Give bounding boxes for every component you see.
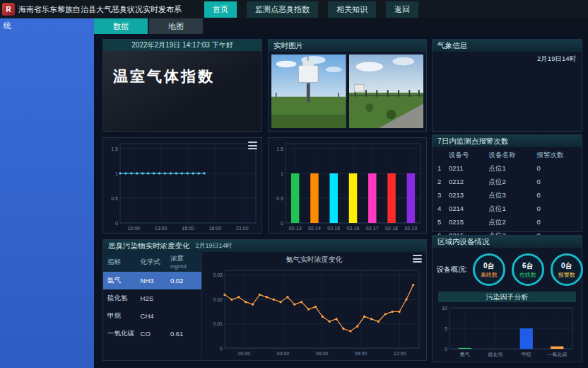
panel-header: 区域内设备情况 [433, 236, 582, 248]
svg-text:0: 0 [220, 346, 223, 351]
pollutant-row[interactable]: 甲烷CH4 [103, 307, 201, 325]
tab-bar: 数据地图 [94, 18, 588, 34]
panel-header: 恶臭污染物实时浓度变化 2月19日14时 [103, 240, 426, 252]
pollutant-row[interactable]: 硫化氢H2S [103, 289, 201, 307]
realtime-photo-1[interactable] [271, 54, 346, 128]
tab-item[interactable]: 数据 [94, 18, 148, 34]
cell-index: 4 [437, 205, 449, 214]
table-header-row: 设备号设备名称报警次数 [433, 147, 582, 162]
svg-text:1: 1 [281, 171, 283, 176]
cell-index: 5 [437, 218, 449, 227]
svg-text:0: 0 [445, 347, 447, 352]
svg-text:13:00: 13:00 [155, 226, 167, 231]
device-gauges: 0台离线数6台在线数0台报警数 [473, 253, 583, 286]
weather-panel: 气象信息 2月19日14时 [432, 39, 582, 132]
cell-indicator: 硫化氢 [107, 294, 141, 303]
cell-device-id: 0213 [449, 191, 489, 200]
cell-device-name: 点位2 [489, 218, 537, 227]
svg-text:02-13: 02-13 [289, 226, 302, 231]
device-overview: 设备概况: 0台离线数6台在线数0台报警数 [433, 248, 582, 290]
svg-text:12:00: 12:00 [394, 351, 406, 356]
cell-alarm-count: 0 [536, 205, 577, 214]
svg-text:03:00: 03:00 [277, 351, 290, 356]
cell-device-name: 点位2 [489, 178, 537, 187]
panel-title: 7日内监测点报警次数 [437, 135, 508, 147]
pollution-factor-chart: 0510氨气硫化氢甲烷一氧化碳 [437, 302, 578, 359]
alarm-table: 设备号设备名称报警次数10211点位1020212点位2030213点位3040… [433, 147, 582, 243]
pollutant-date: 2月19日14时 [196, 240, 233, 252]
col-header-concentration: 浓度mg/m3 [170, 254, 197, 270]
nav-item[interactable]: 首页 [204, 1, 237, 18]
pollutant-table: 指标化学式浓度mg/m3氨气NH30.02硫化氢H2S甲烷CH4一氧化碳CO0.… [103, 252, 202, 360]
gauge-value: 0台 [561, 261, 572, 271]
col-header: 设备号 [449, 151, 489, 160]
chart-menu-icon[interactable] [413, 255, 422, 263]
table-header-row: 指标化学式浓度mg/m3 [103, 252, 201, 272]
svg-text:06:00: 06:00 [316, 351, 329, 356]
pollutant-concentration-panel: 恶臭污染物实时浓度变化 2月19日14时 指标化学式浓度mg/m3氨气NH30.… [102, 239, 427, 361]
svg-text:1.5: 1.5 [111, 146, 118, 151]
svg-text:氨气: 氨气 [459, 352, 469, 357]
svg-text:5: 5 [445, 326, 447, 331]
panel-title: 实时图片 [274, 40, 303, 52]
svg-text:1: 1 [115, 171, 118, 176]
svg-text:0: 0 [281, 221, 283, 226]
gauge-label: 在线数 [519, 271, 536, 279]
cell-device-name: 点位1 [489, 164, 537, 173]
tab-item[interactable]: 地图 [149, 18, 203, 34]
panel-title: 气象信息 [437, 40, 467, 52]
svg-text:00:00: 00:00 [238, 351, 251, 356]
col-header-formula: 化学式 [141, 258, 170, 267]
dashboard-root: R 海南省乐东黎族自治县大气恶臭状况实时发布系 首页监测点恶臭指数相关知识返回 … [0, 0, 588, 368]
cell-formula: NH3 [141, 277, 170, 284]
nav-item[interactable]: 监测点恶臭指数 [247, 1, 318, 18]
concentration-unit: mg/m3 [170, 263, 197, 270]
cell-device-id: 0211 [449, 164, 489, 173]
svg-text:0.02: 0.02 [213, 297, 223, 302]
col-header-index [437, 151, 449, 160]
svg-text:02-18: 02-18 [385, 226, 398, 231]
col-header: 设备名称 [489, 151, 537, 160]
cell-formula: CH4 [141, 312, 170, 320]
cell-value: 0.02 [170, 277, 197, 284]
app-logo-icon: R [2, 3, 15, 16]
cell-indicator: 氨气 [107, 276, 141, 285]
svg-text:02-19: 02-19 [404, 226, 417, 231]
greenhouse-chart-panel: 00.511.510:0013:0015:0018:0021:00 [102, 137, 262, 234]
gauge-value: 0台 [483, 261, 495, 271]
panel-header: 7日内监测点报警次数 [433, 135, 582, 147]
cell-formula: CO [141, 330, 170, 338]
greenhouse-index-chart: 00.511.510:0013:0015:0018:0021:00 [103, 138, 261, 233]
svg-text:18:00: 18:00 [209, 226, 222, 231]
cell-index: 2 [437, 178, 449, 187]
svg-text:0.01: 0.01 [213, 321, 223, 326]
alarm-count-panel: 7日内监测点报警次数 设备号设备名称报警次数10211点位1020212点位20… [432, 134, 582, 232]
device-gauge: 0台离线数 [473, 253, 505, 286]
nav-item[interactable]: 返回 [386, 1, 418, 18]
photos-row [269, 52, 426, 131]
daily-odor-chart-panel: 00.511.502-1302-1402-1502-1602-1702-1802… [268, 137, 427, 234]
svg-text:1.5: 1.5 [276, 146, 283, 151]
realtime-photo-2[interactable] [349, 54, 424, 128]
site-photo-graphic [349, 54, 424, 128]
pollutant-row[interactable]: 氨气NH30.02 [103, 272, 201, 289]
device-status-panel: 区域内设备情况 设备概况: 0台离线数6台在线数0台报警数 污染因子分析 051… [432, 235, 582, 362]
cell-alarm-count: 0 [536, 218, 577, 227]
device-overview-label: 设备概况: [437, 265, 467, 275]
cell-indicator: 甲烷 [107, 311, 141, 321]
weather-date: 2月19日14时 [433, 52, 582, 64]
pollutant-row[interactable]: 一氧化碳CO0.61 [103, 325, 201, 343]
app-header: R 海南省乐东黎族自治县大气恶臭状况实时发布系 首页监测点恶臭指数相关知识返回 [0, 0, 588, 18]
nav-item[interactable]: 相关知识 [328, 1, 376, 18]
ammonia-chart-title: 氨气实时浓度变化 [286, 255, 343, 265]
cell-indicator: 一氧化碳 [107, 329, 141, 338]
sidebar: 统 [0, 18, 94, 368]
col-header-indicator: 指标 [107, 258, 141, 267]
cell-value: 0.61 [170, 330, 197, 338]
col-header: 报警次数 [536, 151, 577, 160]
cell-device-id: 0212 [449, 178, 489, 187]
svg-text:02-17: 02-17 [366, 226, 379, 231]
cell-device-id: 0215 [449, 218, 489, 227]
chart-menu-icon[interactable] [248, 142, 257, 149]
svg-text:15:00: 15:00 [182, 226, 194, 231]
